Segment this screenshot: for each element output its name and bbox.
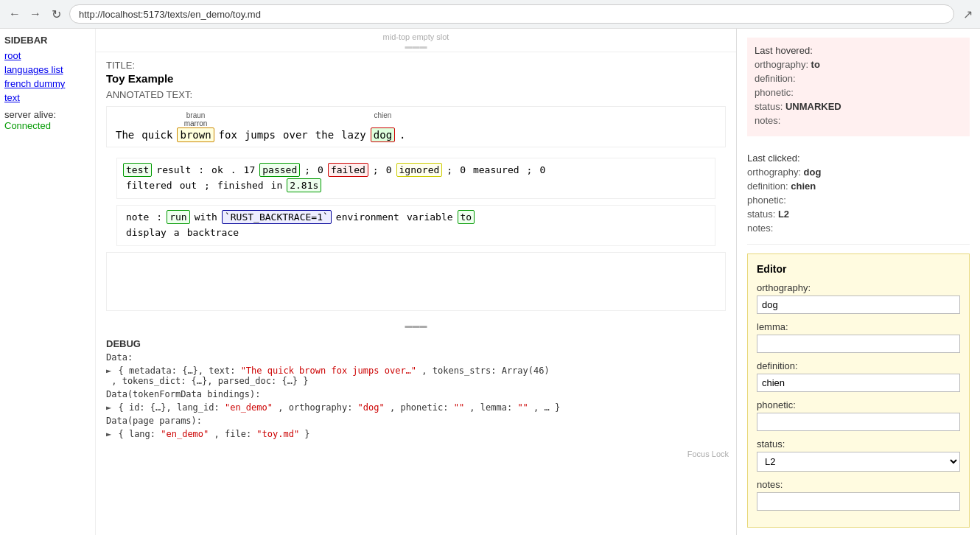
code-token-0fail[interactable]: 0 [315, 163, 326, 177]
code-token-in[interactable]: in [268, 178, 286, 192]
code-token-a[interactable]: a [171, 225, 183, 239]
last-clicked-section: Last clicked: orthography: dog definitio… [747, 145, 970, 245]
token-the[interactable]: The [113, 127, 137, 142]
code-token-0filt[interactable]: 0 [536, 163, 548, 177]
editor-section: Editor orthography: lemma: definition: p… [747, 253, 970, 528]
annotated-label: ANNOTATED TEXT: [106, 89, 726, 100]
code-token-backtrace[interactable]: backtrace [184, 225, 242, 239]
sidebar-title: SIDEBAR [4, 35, 91, 46]
last-clicked-label: Last clicked: [747, 153, 970, 164]
note-row2: display a backtrace [123, 225, 709, 239]
code-token-0meas[interactable]: 0 [457, 163, 469, 177]
code-token-result[interactable]: result [153, 163, 194, 177]
hovered-notes: notes: [755, 115, 962, 126]
editor-lemma-label: lemma: [757, 321, 960, 332]
code-token-out[interactable]: out [177, 178, 200, 192]
focus-lock: Focus Lock [96, 448, 736, 460]
clicked-status-val: L2 [778, 209, 789, 220]
editor-status-select[interactable]: UNMARKED L1 L2 L3 L4 IGNORED [757, 452, 960, 472]
debug-data-item: Data: [106, 352, 726, 363]
clicked-orthography: orthography: dog [747, 167, 970, 178]
code-token-failed[interactable]: failed [328, 163, 368, 177]
token-fox[interactable]: fox [216, 127, 240, 142]
token-wrapper-the2: the [312, 111, 337, 142]
debug-section: DEBUG Data: ► { metadata: {…}, text: "Th… [96, 332, 736, 448]
token-the2[interactable]: the [312, 127, 337, 142]
debug-token-content[interactable]: ► { id: {…}, lang_id: "en_demo" , orthog… [106, 402, 726, 413]
editor-title: Editor [757, 263, 960, 275]
content-area: mid-top empty slot ▬▬▬ TITLE: Toy Exampl… [96, 29, 737, 535]
editor-notes-input[interactable] [757, 492, 960, 511]
code-token-test[interactable]: test [123, 163, 152, 177]
clicked-notes: notes: [747, 223, 970, 234]
clicked-phonetic: phonetic: [747, 195, 970, 206]
code-token-finished[interactable]: finished [214, 178, 267, 192]
editor-definition-label: definition: [757, 360, 960, 371]
debug-page-content[interactable]: ► { lang: "en_demo" , file: "toy.md" } [106, 429, 726, 439]
editor-notes-label: notes: [757, 479, 960, 490]
token-brown[interactable]: brown [177, 127, 214, 142]
debug-page-arrow[interactable]: ► [106, 429, 111, 439]
test-result-row1: test result : ok . 17 passed ; 0 failed … [123, 163, 709, 177]
debug-data-str: "The quick brown fox jumps over…" [241, 366, 416, 376]
token-jumps[interactable]: jumps [242, 127, 279, 142]
back-button[interactable]: ← [7, 7, 22, 21]
code-token-measured[interactable]: measured [470, 163, 522, 177]
code-token-with[interactable]: with [192, 210, 220, 224]
editor-notes-field: notes: [757, 479, 960, 511]
debug-token-arrow[interactable]: ► [106, 402, 111, 413]
debug-data-content[interactable]: ► { metadata: {…}, text: "The quick brow… [106, 366, 726, 386]
sidebar-link-text[interactable]: text [4, 92, 91, 103]
code-token-to[interactable]: to [458, 210, 475, 224]
code-token-filtered[interactable]: filtered [123, 178, 175, 192]
token-dog[interactable]: dog [371, 127, 395, 142]
code-token-backtrace-env[interactable]: `RUST_BACKTRACE=1` [222, 210, 332, 224]
mid-top-slot: mid-top empty slot ▬▬▬ [96, 29, 736, 52]
code-token-17[interactable]: 17 [241, 163, 259, 177]
token-period[interactable]: . [396, 127, 408, 142]
editor-lemma-field: lemma: [757, 321, 960, 353]
editor-status-label: status: [757, 438, 960, 450]
code-token-colon: : [195, 163, 207, 177]
mid-top-label: mid-top empty slot [383, 32, 449, 41]
code-token-semi1: ; [301, 163, 313, 177]
forward-button[interactable]: → [28, 7, 43, 21]
reload-button[interactable]: ↻ [49, 7, 63, 21]
ann-chien: chien [374, 111, 391, 119]
code-token-variable[interactable]: variable [404, 210, 456, 224]
code-token-ok[interactable]: ok [209, 163, 226, 177]
editor-phonetic-input[interactable] [757, 413, 960, 431]
hovered-status: status: UNMARKED [755, 101, 962, 112]
code-token-display[interactable]: display [123, 225, 169, 239]
sidebar: SIDEBAR root languages list french dummy… [0, 29, 96, 535]
token-quick[interactable]: quick [139, 127, 175, 142]
token-lazy[interactable]: lazy [338, 127, 369, 142]
code-token-environment[interactable]: environment [333, 210, 402, 224]
sidebar-link-root[interactable]: root [4, 50, 91, 61]
debug-page-label: Data(page params): [106, 416, 726, 426]
debug-title: DEBUG [106, 338, 726, 349]
editor-status-field: status: UNMARKED L1 L2 L3 L4 IGNORED [757, 438, 960, 472]
token-over[interactable]: over [280, 127, 311, 142]
sidebar-link-french[interactable]: french dummy [4, 78, 91, 89]
token-wrapper-dog: chien dog [371, 111, 395, 142]
test-result-row2: filtered out ; finished in 2.81s [123, 178, 709, 192]
code-token-passed[interactable]: passed [259, 163, 300, 177]
code-token-semi3: ; [444, 163, 455, 177]
debug-data-arrow[interactable]: ► [106, 366, 111, 376]
note-block: note : run with `RUST_BACKTRACE=1` envir… [116, 205, 715, 246]
code-token-run[interactable]: run [167, 210, 189, 224]
code-token-time[interactable]: 2.81s [287, 178, 321, 192]
code-token-ignored[interactable]: ignored [396, 163, 443, 177]
empty-slot [106, 252, 726, 311]
code-token-note[interactable]: note [123, 210, 152, 224]
hovered-orthography-val: to [811, 59, 820, 70]
address-bar[interactable] [69, 4, 954, 24]
editor-lemma-input[interactable] [757, 335, 960, 353]
code-token-0ign[interactable]: 0 [383, 163, 395, 177]
editor-orthography-input[interactable] [757, 296, 960, 314]
debug-data-label: Data: [106, 352, 133, 363]
hovered-phonetic: phonetic: [755, 87, 962, 98]
editor-definition-input[interactable] [757, 374, 960, 392]
sidebar-link-languages[interactable]: languages list [4, 64, 91, 75]
